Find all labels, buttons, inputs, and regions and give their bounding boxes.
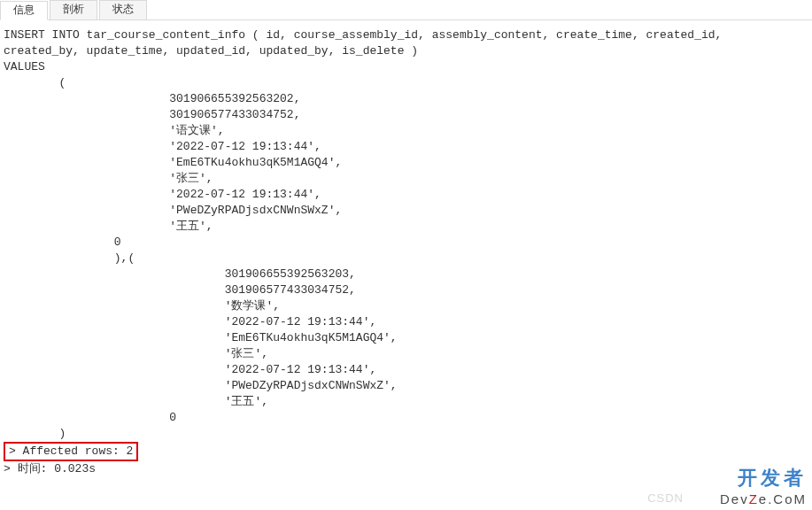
- tab-info[interactable]: 信息: [0, 1, 48, 20]
- r2-created-id: 'EmE6TKu4okhu3qK5M1AGQ4',: [4, 331, 398, 344]
- sql-output: INSERT INTO tar_course_content_info ( id…: [0, 20, 812, 481]
- row-separator: ),(: [4, 251, 135, 265]
- r2-id: 301906655392563203,: [4, 267, 356, 281]
- tab-status[interactable]: 状态: [99, 0, 147, 19]
- r2-created-by: '张三',: [4, 347, 268, 360]
- r1-update-time: '2022-07-12 19:13:44',: [4, 188, 321, 201]
- r1-course-assembly-id: 301906577433034752,: [4, 108, 300, 121]
- r1-created-id: 'EmE6TKu4okhu3qK5M1AGQ4',: [4, 156, 342, 169]
- r2-updated-by: '王五',: [4, 395, 268, 408]
- result-tabs: 信息 剖析 状态: [0, 0, 812, 20]
- r1-assembly-content: '语文课',: [4, 124, 225, 137]
- sql-header: INSERT INTO tar_course_content_info ( id…: [4, 28, 722, 89]
- r2-is-delete: 0: [4, 411, 176, 424]
- affected-rows: > Affected rows: 2: [4, 442, 138, 461]
- brand-watermark-en: DevZe.CoM: [720, 491, 807, 506]
- elapsed-time: > 时间: 0.023s: [4, 462, 96, 475]
- r1-updated-id: 'PWeDZyRPADjsdxCNWnSWxZ',: [4, 204, 342, 217]
- r2-create-time: '2022-07-12 19:13:44',: [4, 315, 376, 328]
- r2-updated-id: 'PWeDZyRPADjsdxCNWnSWxZ',: [4, 379, 398, 392]
- r2-update-time: '2022-07-12 19:13:44',: [4, 363, 376, 376]
- values-close: ): [4, 427, 66, 440]
- r1-created-by: '张三',: [4, 172, 213, 185]
- tab-profile[interactable]: 剖析: [50, 0, 97, 19]
- csdn-watermark: CSDN: [647, 491, 684, 505]
- r1-create-time: '2022-07-12 19:13:44',: [4, 140, 321, 153]
- r1-is-delete: 0: [4, 236, 121, 249]
- r2-course-assembly-id: 301906577433034752,: [4, 283, 356, 297]
- r2-assembly-content: '数学课',: [4, 299, 280, 313]
- r1-id: 301906655392563202,: [4, 92, 300, 105]
- r1-updated-by: '王五',: [4, 220, 213, 233]
